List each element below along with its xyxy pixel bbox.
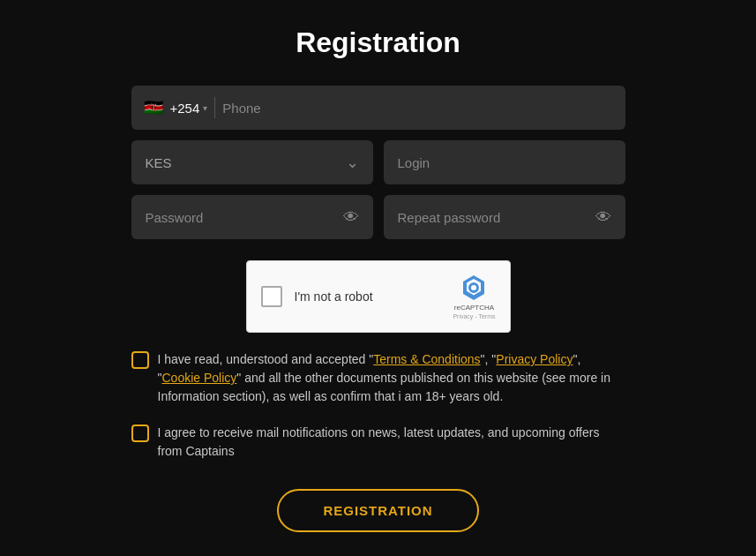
- terms-link[interactable]: Terms & Conditions: [373, 352, 480, 366]
- newsletter-checkbox-row: I agree to receive mail notifications on…: [131, 424, 625, 461]
- repeat-password-input[interactable]: [398, 210, 595, 225]
- recaptcha-brand: reCAPTCHA: [454, 304, 494, 312]
- currency-selector[interactable]: KES ⌄: [131, 140, 373, 184]
- currency-login-row: KES ⌄: [131, 140, 625, 184]
- currency-label: KES: [146, 155, 346, 170]
- repeat-password-field: 👁: [384, 195, 625, 239]
- recaptcha-logo-icon: [460, 274, 488, 302]
- divider: [214, 97, 215, 118]
- privacy-link[interactable]: Privacy Policy: [496, 352, 573, 366]
- captcha-label: I'm not a robot: [295, 289, 373, 304]
- country-code-text: +254: [170, 101, 200, 116]
- password-field: 👁: [131, 195, 373, 239]
- terms-text: I have read, understood and accepted "Te…: [158, 350, 625, 406]
- page-title: Registration: [296, 26, 460, 59]
- repeat-eye-icon[interactable]: 👁: [595, 208, 611, 227]
- eye-icon[interactable]: 👁: [343, 208, 359, 227]
- password-row: 👁 👁: [131, 195, 625, 239]
- cookie-link[interactable]: Cookie Policy: [161, 371, 236, 385]
- recaptcha-links[interactable]: Privacy - Terms: [453, 313, 495, 319]
- newsletter-text: I agree to receive mail notifications on…: [158, 424, 625, 461]
- terms-checkbox-row: I have read, understood and accepted "Te…: [131, 350, 625, 406]
- phone-row: 🇰🇪 +254 ▾: [131, 86, 625, 130]
- login-input[interactable]: [384, 140, 625, 184]
- chevron-down-icon: ⌄: [346, 153, 359, 172]
- dropdown-arrow-icon: ▾: [203, 103, 207, 113]
- phone-input[interactable]: [222, 101, 612, 116]
- captcha-widget[interactable]: I'm not a robot reCAPTCHA Privacy - Term…: [246, 260, 511, 333]
- captcha-checkbox[interactable]: [261, 286, 282, 307]
- terms-checkbox[interactable]: [131, 351, 149, 369]
- country-code-selector[interactable]: +254 ▾: [170, 101, 208, 116]
- newsletter-checkbox[interactable]: [131, 425, 149, 442]
- flag-icon: 🇰🇪: [144, 98, 163, 117]
- register-button[interactable]: REGISTRATION: [277, 489, 478, 532]
- password-input[interactable]: [146, 210, 343, 225]
